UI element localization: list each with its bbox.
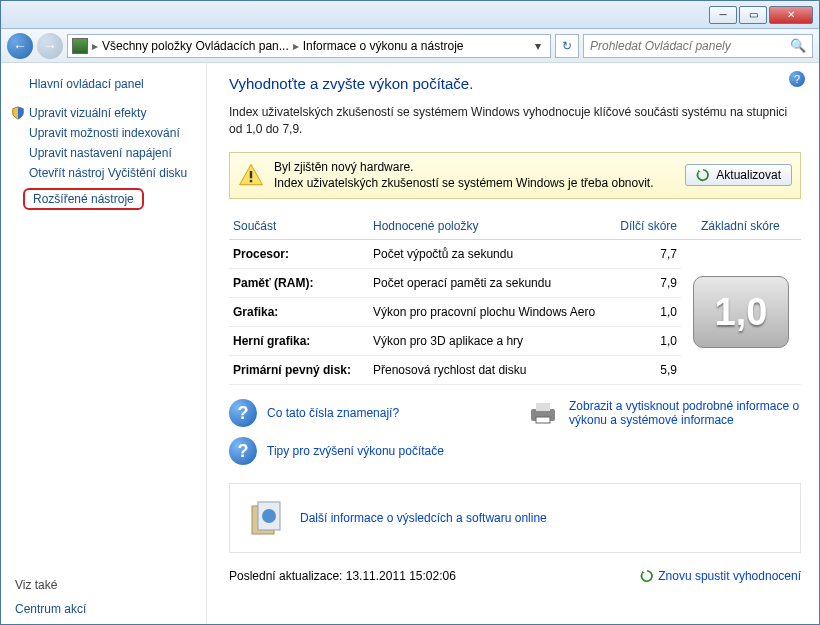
forward-button[interactable]: → [37,33,63,59]
chevron-right-icon: ▸ [293,39,299,53]
component-desc: Přenosová rychlost dat disku [369,356,611,385]
sidebar-task-power[interactable]: Upravit nastavení napájení [29,143,196,163]
subscore-value: 5,9 [611,356,681,385]
component-label: Paměť (RAM): [229,269,369,298]
main-content: ? Vyhodnoťte a zvyšte výkon počítače. In… [207,63,819,625]
breadcrumb-segment[interactable]: Informace o výkonu a nástroje [303,39,464,53]
question-icon: ? [229,437,257,465]
window-titlebar: ─ ▭ ✕ [1,1,819,29]
printer-icon [527,401,559,425]
refresh-icon [640,569,654,583]
sidebar-item-label: Upravit nastavení napájení [29,146,172,160]
component-desc: Počet výpočtů za sekundu [369,240,611,269]
subscore-value: 1,0 [611,327,681,356]
minimize-button[interactable]: ─ [709,6,737,24]
svg-rect-1 [250,180,252,182]
breadcrumb-segment[interactable]: Všechny položky Ovládacích pan... [102,39,289,53]
sidebar-item-label: Upravit možnosti indexování [29,126,180,140]
refresh-icon [696,168,710,182]
control-panel-home-link[interactable]: Hlavní ovládací panel [29,77,196,91]
link-print-details[interactable]: Zobrazit a vytisknout podrobné informace… [527,399,801,427]
base-score-badge: 1,0 [693,276,789,348]
component-label: Primární pevný disk: [229,356,369,385]
search-box[interactable]: 🔍 [583,34,813,58]
refresh-button[interactable]: ↻ [555,34,579,58]
component-desc: Výkon pro 3D aplikace a hry [369,327,611,356]
last-update-value: 13.11.2011 15:02:06 [346,569,456,583]
hardware-notice: Byl zjištěn nový hardware. Index uživate… [229,152,801,200]
rerun-assessment-link[interactable]: Znovu spustit vyhodnocení [640,569,801,583]
intro-text: Index uživatelských zkušeností se systém… [229,104,801,138]
subscore-value: 1,0 [611,298,681,327]
component-desc: Výkon pro pracovní plochu Windows Aero [369,298,611,327]
col-component: Součást [229,213,369,240]
search-input[interactable] [590,39,790,53]
last-update-label: Poslední aktualizace: [229,569,342,583]
arrow-left-icon: ← [13,38,27,54]
see-also-label: Viz také [15,578,196,592]
warning-icon [238,162,264,188]
sidebar-task-advanced-tools[interactable]: Rozšířené nástroje [11,185,196,213]
rerun-label: Znovu spustit vyhodnocení [658,569,801,583]
link-label: Tipy pro zvýšení výkonu počítače [267,444,444,458]
back-button[interactable]: ← [7,33,33,59]
notice-line2: Index uživatelských zkušeností se systém… [274,175,675,192]
component-desc: Počet operací paměti za sekundu [369,269,611,298]
svg-rect-4 [536,417,550,423]
svg-rect-3 [536,403,550,411]
svg-rect-0 [250,171,252,178]
action-center-link[interactable]: Centrum akcí [15,602,196,616]
col-base: Základní skóre [681,213,801,240]
last-update: Poslední aktualizace: 13.11.2011 15:02:0… [229,569,456,583]
sidebar-item-label: Rozšířené nástroje [23,188,144,210]
link-label: Další informace o výsledcích a softwaru … [300,511,547,525]
sidebar: Hlavní ovládací panel Upravit vizuální e… [1,63,207,625]
subscore-value: 7,7 [611,240,681,269]
table-row: Procesor:Počet výpočtů za sekundu7,71,0 [229,240,801,269]
sidebar-task-visual-effects[interactable]: Upravit vizuální efekty [11,103,196,123]
maximize-button[interactable]: ▭ [739,6,767,24]
component-label: Procesor: [229,240,369,269]
question-icon: ? [229,399,257,427]
refresh-icon: ↻ [562,39,572,53]
link-label: Zobrazit a vytisknout podrobné informace… [569,399,801,427]
breadcrumb[interactable]: ▸ Všechny položky Ovládacích pan... ▸ In… [67,34,551,58]
base-score-cell: 1,0 [681,240,801,385]
sidebar-task-disk-cleanup[interactable]: Otevřít nástroj Vyčištění disku [29,163,196,183]
sidebar-item-label: Upravit vizuální efekty [29,106,146,120]
subscore-value: 7,9 [611,269,681,298]
help-icon[interactable]: ? [789,71,805,87]
score-table: Součást Hodnocené položky Dílčí skóre Zá… [229,213,801,385]
control-panel-icon [72,38,88,54]
notice-text: Byl zjištěn nový hardware. Index uživate… [274,159,675,193]
software-box-icon [246,498,286,538]
link-online-info[interactable]: Další informace o výsledcích a softwaru … [300,511,547,525]
component-label: Herní grafika: [229,327,369,356]
component-label: Grafika: [229,298,369,327]
svg-point-7 [262,509,276,523]
shield-icon [11,106,25,120]
page-title: Vyhodnoťte a zvyšte výkon počítače. [229,75,801,92]
notice-line1: Byl zjištěn nový hardware. [274,159,675,176]
sidebar-task-indexing[interactable]: Upravit možnosti indexování [29,123,196,143]
search-icon: 🔍 [790,38,806,53]
close-button[interactable]: ✕ [769,6,813,24]
chevron-down-icon[interactable]: ▾ [530,39,546,53]
arrow-right-icon: → [43,38,57,54]
navigation-bar: ← → ▸ Všechny položky Ovládacích pan... … [1,29,819,63]
col-rated: Hodnocené položky [369,213,611,240]
update-button-label: Aktualizovat [716,168,781,182]
col-subscore: Dílčí skóre [611,213,681,240]
link-what-numbers-mean[interactable]: ? Co tato čísla znamenají? [229,399,503,427]
link-performance-tips[interactable]: ? Tipy pro zvýšení výkonu počítače [229,437,503,465]
online-info-box: Další informace o výsledcích a softwaru … [229,483,801,553]
sidebar-item-label: Otevřít nástroj Vyčištění disku [29,166,187,180]
link-label: Co tato čísla znamenají? [267,406,399,420]
update-button[interactable]: Aktualizovat [685,164,792,186]
chevron-right-icon: ▸ [92,39,98,53]
